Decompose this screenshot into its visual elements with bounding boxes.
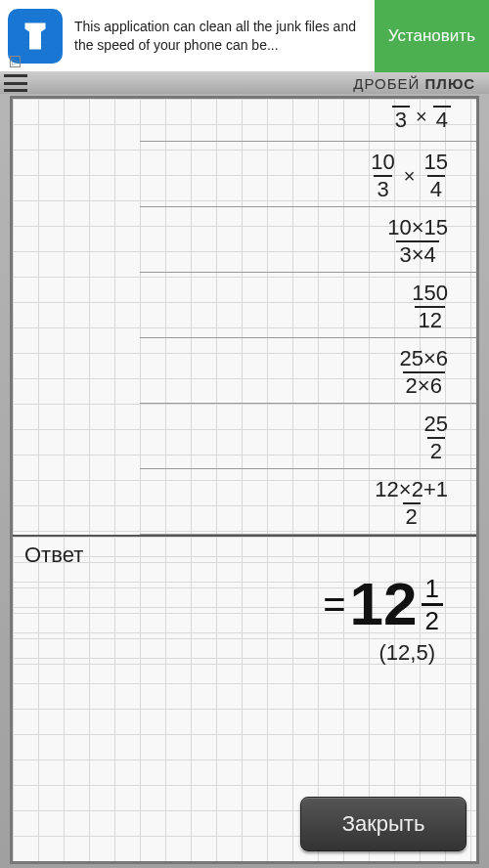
steps-list: 3 × 4 10 3 × 15 4 10×15 3×4 bbox=[13, 99, 476, 535]
step-row: 3 × 4 bbox=[140, 99, 476, 142]
operator: × bbox=[416, 106, 427, 128]
solution-panel: 3 × 4 10 3 × 15 4 10×15 3×4 bbox=[10, 96, 479, 864]
fraction: 25×6 2×6 bbox=[396, 348, 451, 397]
svg-rect-0 bbox=[29, 45, 41, 50]
app-header: ДРОБЕЙ ПЛЮС bbox=[0, 72, 489, 94]
fraction: 150 12 bbox=[409, 282, 451, 331]
ad-install-button[interactable]: Установить bbox=[375, 0, 489, 72]
answer-value: = 12 1 2 bbox=[24, 574, 465, 634]
fraction: 15 4 bbox=[422, 152, 451, 200]
ad-marker-icon: ▷ bbox=[10, 56, 21, 67]
fraction: 4 bbox=[433, 104, 451, 131]
fraction: 3 bbox=[392, 104, 410, 131]
fraction: 25 2 bbox=[422, 413, 451, 462]
answer-label: Ответ bbox=[24, 542, 465, 568]
step-row: 150 12 bbox=[140, 273, 476, 338]
step-row: 25×6 2×6 bbox=[140, 338, 476, 404]
ad-text: This application can clean all the junk … bbox=[70, 14, 375, 57]
answer-section: Ответ = 12 1 2 (12,5) bbox=[13, 535, 476, 675]
ad-app-icon: ▷ bbox=[8, 9, 63, 64]
ad-banner[interactable]: ▷ This application can clean all the jun… bbox=[0, 0, 489, 72]
operator: × bbox=[404, 165, 416, 188]
hamburger-icon[interactable] bbox=[4, 74, 27, 92]
step-row: 10×15 3×4 bbox=[140, 207, 476, 273]
app-title: ДРОБЕЙ ПЛЮС bbox=[353, 75, 475, 92]
fraction: 10×15 3×4 bbox=[384, 217, 451, 266]
step-row: 25 2 bbox=[140, 404, 476, 469]
fraction: 10 3 bbox=[368, 152, 397, 200]
close-button[interactable]: Закрыть bbox=[300, 797, 467, 851]
step-row: 12×2+1 2 bbox=[140, 469, 476, 535]
answer-decimal: (12,5) bbox=[24, 640, 465, 666]
fraction: 12×2+1 2 bbox=[372, 479, 451, 528]
step-row: 10 3 × 15 4 bbox=[140, 142, 476, 207]
mixed-fraction: 1 2 bbox=[422, 576, 443, 633]
